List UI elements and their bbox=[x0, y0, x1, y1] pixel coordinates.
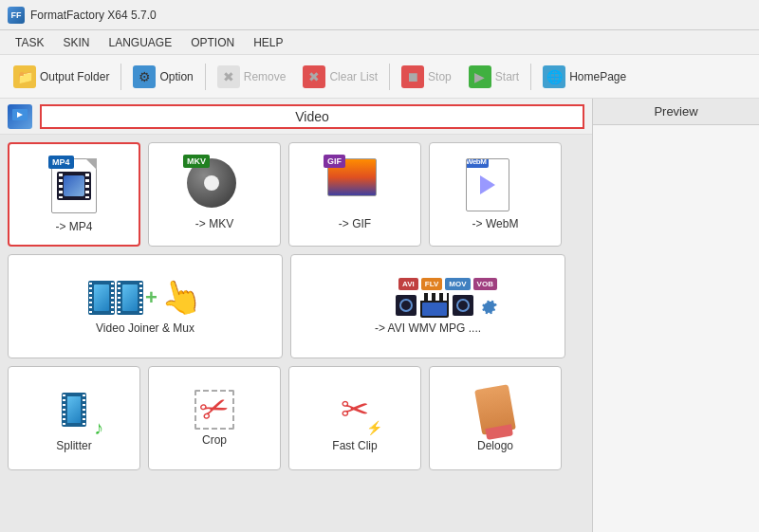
avi-badges-row: AVI FLV MOV VOB bbox=[398, 278, 497, 290]
homepage-button[interactable]: 🌐 HomePage bbox=[535, 60, 634, 94]
home-icon: 🌐 bbox=[543, 65, 565, 88]
joiner-label: Video Joiner & Mux bbox=[96, 321, 194, 335]
output-folder-button[interactable]: 📁 Output Folder bbox=[6, 60, 117, 94]
avi-films-row bbox=[396, 293, 500, 318]
mp4-document: MP4 bbox=[51, 158, 97, 213]
format-tile-splitter[interactable]: ♪ Splitter bbox=[8, 366, 140, 470]
splitter-icon: ♪ bbox=[46, 384, 102, 435]
avi-icon: AVI FLV MOV VOB bbox=[396, 278, 460, 318]
splitter-label: Splitter bbox=[56, 439, 91, 452]
video-label: Video bbox=[295, 109, 329, 124]
joiner-films bbox=[88, 281, 143, 315]
video-label-box: Video bbox=[40, 104, 584, 129]
plus-icon: + bbox=[145, 287, 157, 308]
fastclip-label: Fast Clip bbox=[332, 439, 377, 452]
remove-icon: ✖ bbox=[217, 65, 240, 88]
delogo-label: Delogo bbox=[477, 439, 513, 452]
stop-button[interactable]: ⏹ Stop bbox=[394, 60, 459, 94]
stop-label: Stop bbox=[428, 70, 452, 83]
mp4-badge: MP4 bbox=[48, 156, 74, 169]
left-panel: Video MP4 -> MP4 bbox=[0, 99, 593, 532]
format-tile-joiner[interactable]: + 👆 Video Joiner & Mux bbox=[8, 254, 283, 358]
toolbar: 📁 Output Folder ⚙ Option ✖ Remove ✖ Clea… bbox=[0, 55, 759, 99]
format-row-3: ♪ Splitter ✂ Crop ✂ ⚡ F bbox=[8, 366, 584, 470]
clear-icon: ✖ bbox=[303, 65, 325, 88]
format-tile-crop[interactable]: ✂ Crop bbox=[148, 366, 281, 470]
main-layout: Video MP4 -> MP4 bbox=[0, 99, 759, 532]
menu-task[interactable]: TASK bbox=[8, 34, 51, 51]
clear-label: Clear List bbox=[329, 70, 378, 83]
gif-icon: GIF bbox=[327, 158, 382, 213]
gif-label: -> GIF bbox=[339, 217, 371, 230]
avi-film-inner-2 bbox=[456, 299, 470, 312]
output-folder-label: Output Folder bbox=[40, 70, 109, 83]
webm-icon: WebM bbox=[466, 158, 525, 213]
avi-film-1 bbox=[396, 295, 417, 316]
mkv-label: -> MKV bbox=[195, 217, 233, 230]
mov-badge: MOV bbox=[445, 278, 470, 290]
start-button[interactable]: ▶ Start bbox=[461, 60, 527, 94]
gif-badge: GIF bbox=[324, 155, 345, 168]
format-row-2: + 👆 Video Joiner & Mux AVI FLV MOV VOB bbox=[8, 254, 584, 358]
flv-badge: FLV bbox=[421, 278, 443, 290]
mkv-badge: MKV bbox=[183, 155, 210, 168]
format-tile-gif[interactable]: GIF -> GIF bbox=[288, 142, 421, 247]
menu-language[interactable]: LANGUAGE bbox=[101, 34, 179, 51]
format-tile-mp4[interactable]: MP4 -> MP4 bbox=[8, 142, 140, 247]
vob-badge: VOB bbox=[473, 278, 497, 290]
crop-label: Crop bbox=[202, 433, 227, 447]
separator-1 bbox=[120, 64, 121, 90]
preview-header: Preview bbox=[593, 99, 759, 125]
option-button[interactable]: ⚙ Option bbox=[125, 60, 200, 94]
hand-pointer-icon: 👆 bbox=[155, 273, 206, 322]
stop-icon: ⏹ bbox=[401, 65, 424, 88]
format-tile-delogo[interactable]: Delogo bbox=[429, 366, 562, 470]
section-icon bbox=[8, 104, 32, 129]
splitter-film-inner bbox=[67, 396, 81, 423]
menu-option[interactable]: OPTION bbox=[183, 34, 242, 51]
title-bar: FF FormatFactory X64 5.7.0 bbox=[0, 0, 759, 30]
clapperboard bbox=[420, 293, 449, 318]
mp4-label: -> MP4 bbox=[55, 220, 92, 233]
avi-film-2 bbox=[453, 295, 473, 316]
film-strip bbox=[57, 172, 91, 200]
clear-button[interactable]: ✖ Clear List bbox=[295, 60, 385, 94]
joiner-film-2 bbox=[117, 281, 143, 315]
mp4-icon: MP4 bbox=[44, 156, 104, 216]
option-label: Option bbox=[159, 70, 193, 83]
format-tile-mkv[interactable]: MKV -> MKV bbox=[148, 142, 281, 247]
joiner-icon: + 👆 bbox=[88, 278, 202, 318]
format-row-1: MP4 -> MP4 MKV bbox=[8, 142, 584, 247]
remove-button[interactable]: ✖ Remove bbox=[210, 60, 294, 94]
format-tile-aviwmv[interactable]: AVI FLV MOV VOB bbox=[290, 254, 565, 358]
avi-film-inner-1 bbox=[399, 299, 413, 312]
gear-icon bbox=[477, 294, 500, 317]
app-icon: FF bbox=[8, 7, 25, 24]
fastclip-lightning-icon: ⚡ bbox=[366, 420, 382, 435]
eraser-shape bbox=[474, 384, 516, 435]
section-header: Video bbox=[0, 99, 592, 135]
fastclip-scissors-icon: ✂ bbox=[341, 390, 369, 430]
joiner-film-1 bbox=[88, 281, 115, 315]
option-icon: ⚙ bbox=[133, 65, 156, 88]
fastclip-icon: ✂ ⚡ bbox=[327, 384, 382, 435]
menu-skin[interactable]: SKIN bbox=[55, 34, 97, 51]
app-title: FormatFactory X64 5.7.0 bbox=[30, 9, 157, 22]
delogo-icon bbox=[468, 384, 523, 435]
crop-dashed-box: ✂ bbox=[194, 390, 234, 430]
folder-icon: 📁 bbox=[13, 65, 36, 88]
webm-play-icon bbox=[480, 175, 495, 194]
webm-label: -> WebM bbox=[472, 217, 519, 230]
joiner-film-inner-2 bbox=[122, 284, 138, 311]
start-icon: ▶ bbox=[469, 65, 491, 88]
avi-badge: AVI bbox=[398, 278, 418, 290]
preview-label: Preview bbox=[654, 104, 697, 119]
separator-3 bbox=[389, 64, 390, 90]
format-tile-fastclip[interactable]: ✂ ⚡ Fast Clip bbox=[288, 366, 421, 470]
content-area: MP4 -> MP4 MKV bbox=[0, 135, 592, 532]
music-note-icon: ♪ bbox=[94, 417, 103, 439]
eraser-tip bbox=[485, 424, 513, 440]
format-tile-webm[interactable]: WebM -> WebM bbox=[429, 142, 562, 247]
menu-help[interactable]: HELP bbox=[246, 34, 290, 51]
splitter-film bbox=[62, 393, 86, 427]
